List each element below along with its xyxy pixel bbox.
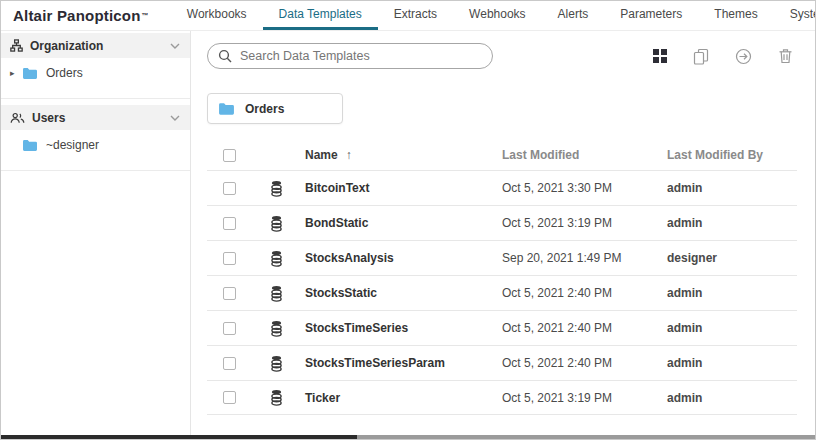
cell-last-modified-by: admin [667,321,797,335]
tab-data-templates[interactable]: Data Templates [263,1,378,30]
grid-view-icon [653,49,667,63]
folder-card-orders[interactable]: Orders [207,93,343,124]
top-nav: Workbooks Data Templates Extracts Webhoo… [171,1,816,30]
sidebar-item-orders[interactable]: ▸ Orders [1,58,190,88]
data-templates-table: Name ↑ Last Modified Last Modified By [207,140,797,415]
column-header-name[interactable]: Name ↑ [305,148,502,162]
cell-last-modified: Oct 5, 2021 3:19 PM [502,391,667,405]
database-icon [269,285,305,302]
users-icon [10,112,25,124]
cell-template-name: BitcoinText [305,181,502,195]
table-row[interactable]: BondStatic Oct 5, 2021 3:19 PM admin [207,205,797,240]
cell-last-modified: Oct 5, 2021 2:40 PM [502,356,667,370]
search-input[interactable] [240,49,482,63]
row-checkbox[interactable] [223,252,236,265]
bottom-cutoff-strip [1,435,815,439]
expand-caret-icon[interactable]: ▸ [10,68,22,78]
move-button[interactable] [735,48,752,65]
search-box [207,43,493,69]
cell-last-modified-by: designer [667,251,797,265]
cell-last-modified-by: admin [667,391,797,405]
org-chart-icon [10,39,23,52]
main-content: Orders Name ↑ Last Modified Last Modifie… [191,31,815,436]
tab-workbooks[interactable]: Workbooks [171,1,263,30]
copy-icon [693,48,709,65]
sidebar-item-designer[interactable]: ~designer [1,130,190,160]
database-icon [269,355,305,372]
row-checkbox[interactable] [223,357,236,370]
trash-icon [778,48,793,64]
tab-themes[interactable]: Themes [698,1,773,30]
cell-last-modified-by: admin [667,216,797,230]
row-checkbox[interactable] [223,322,236,335]
tab-alerts[interactable]: Alerts [542,1,605,30]
move-icon [735,48,752,65]
cell-last-modified-by: admin [667,181,797,195]
cell-last-modified: Oct 5, 2021 3:19 PM [502,216,667,230]
row-checkbox[interactable] [223,287,236,300]
database-icon [269,389,305,406]
cell-last-modified-by: admin [667,356,797,370]
sidebar-section-organization: Organization ▸ Orders [1,33,190,99]
column-header-last-modified-by[interactable]: Last Modified By [667,148,797,162]
users-section-label: Users [32,111,170,125]
cell-template-name: Ticker [305,391,502,405]
sort-asc-icon: ↑ [346,148,352,162]
tab-system[interactable]: System [774,1,816,30]
sidebar: Organization ▸ Orders [1,31,191,436]
organization-section-label: Organization [30,39,170,53]
column-header-last-modified[interactable]: Last Modified [502,148,667,162]
table-row[interactable]: BitcoinText Oct 5, 2021 3:30 PM admin [207,170,797,205]
sidebar-item-label: Orders [46,66,83,80]
database-icon [269,180,305,197]
cell-last-modified: Oct 5, 2021 2:40 PM [502,286,667,300]
cell-template-name: StocksTimeSeries [305,321,502,335]
row-checkbox[interactable] [223,391,236,404]
select-all-checkbox[interactable] [223,149,236,162]
sidebar-section-users: Users ~designer [1,105,190,171]
trademark-symbol: ™ [142,12,149,19]
organization-section-header[interactable]: Organization [1,33,190,58]
tab-extracts[interactable]: Extracts [378,1,453,30]
database-icon [269,320,305,337]
cell-last-modified: Sep 20, 2021 1:49 PM [502,251,667,265]
cell-last-modified: Oct 5, 2021 2:40 PM [502,321,667,335]
table-header-row: Name ↑ Last Modified Last Modified By [207,140,797,170]
folder-icon [22,139,38,152]
cell-template-name: StocksAnalysis [305,251,502,265]
cell-template-name: StocksTimeSeriesParam [305,356,502,370]
users-section-header[interactable]: Users [1,105,190,130]
table-row[interactable]: StocksStatic Oct 5, 2021 2:40 PM admin [207,275,797,310]
search-icon [218,49,232,63]
table-row[interactable]: StocksTimeSeriesParam Oct 5, 2021 2:40 P… [207,345,797,380]
app-header: Altair Panopticon™ Workbooks Data Templa… [1,1,815,31]
database-icon [269,250,305,267]
sidebar-item-label: ~designer [46,138,99,152]
cell-template-name: BondStatic [305,216,502,230]
cell-template-name: StocksStatic [305,286,502,300]
table-row[interactable]: StocksTimeSeries Oct 5, 2021 2:40 PM adm… [207,310,797,345]
cell-last-modified: Oct 5, 2021 3:30 PM [502,181,667,195]
delete-button[interactable] [778,48,793,64]
toolbar [653,48,793,65]
app-logo: Altair Panopticon™ [1,1,159,30]
row-checkbox[interactable] [223,217,236,230]
row-checkbox[interactable] [223,182,236,195]
table-row[interactable]: StocksAnalysis Sep 20, 2021 1:49 PM desi… [207,240,797,275]
tab-webhooks[interactable]: Webhooks [453,1,541,30]
copy-button[interactable] [693,48,709,65]
database-icon [269,215,305,232]
folder-card-label: Orders [245,102,284,116]
logo-text: Altair Panopticon [13,7,141,24]
folder-icon [22,67,38,80]
table-row[interactable]: Ticker Oct 5, 2021 3:19 PM admin [207,380,797,415]
chevron-down-icon[interactable] [170,43,180,49]
grid-view-button[interactable] [653,49,667,63]
cell-last-modified-by: admin [667,286,797,300]
folder-icon [218,102,235,116]
chevron-down-icon[interactable] [170,115,180,121]
tab-parameters[interactable]: Parameters [604,1,698,30]
